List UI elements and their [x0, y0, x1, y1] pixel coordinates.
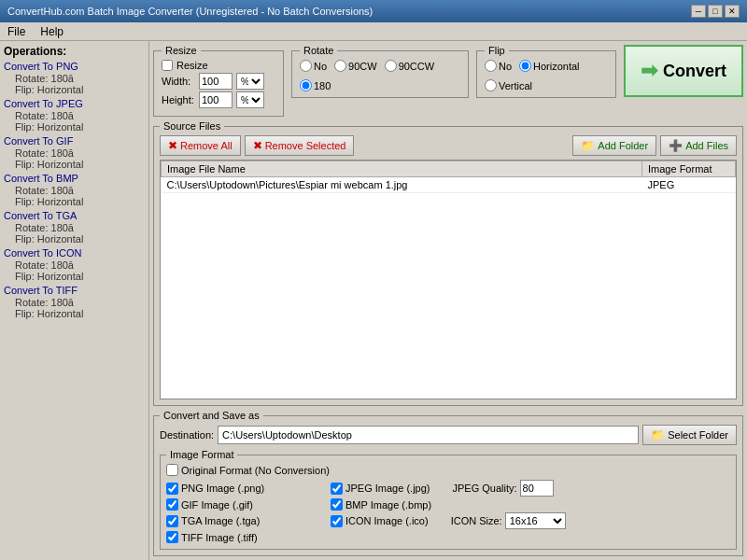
ops-convert-png[interactable]: Convert To PNG [4, 60, 145, 73]
remove-selected-label: Remove Selected [265, 140, 346, 151]
ops-gif-rotate: Rotate: 180ā [4, 147, 145, 159]
add-folder-icon: 📁 [581, 139, 595, 152]
flip-no-label[interactable]: No [485, 60, 512, 72]
height-unit-select[interactable]: % [236, 91, 264, 108]
rotate-180-radio[interactable] [300, 79, 312, 91]
icon-size-label: ICON Size: [451, 515, 502, 526]
format-row-4: TIFF Image (.tiff) [166, 531, 730, 543]
remove-selected-button[interactable]: ✖ Remove Selected [245, 135, 355, 156]
destination-input[interactable] [218, 426, 639, 444]
format-jpeg-label: JPEG Image (.jpg) [345, 483, 430, 494]
ops-group-icon: Convert To ICON Rotate: 180ā Flip: Horiz… [4, 246, 145, 282]
flip-group: Flip No Horizontal Vertical [476, 45, 616, 98]
ops-bmp-rotate: Rotate: 180ā [4, 185, 145, 196]
ops-convert-tiff[interactable]: Convert To TIFF [4, 284, 145, 297]
format-jpeg-checkbox[interactable] [331, 483, 343, 495]
rotate-180-label[interactable]: 180 [300, 79, 331, 91]
remove-all-button[interactable]: ✖ Remove All [160, 135, 241, 156]
ops-convert-icon[interactable]: Convert To ICON [4, 246, 145, 259]
menu-bar: File Help [0, 22, 747, 41]
image-format-group: Image Format Original Format (No Convers… [160, 449, 737, 550]
ops-png-rotate: Rotate: 180ā [4, 73, 145, 84]
format-png: PNG Image (.png) [166, 483, 316, 495]
flip-legend: Flip [485, 45, 509, 56]
rotate-no-radio[interactable] [300, 60, 312, 72]
format-row-2: GIF Image (.gif) BMP Image (.bmp) [166, 498, 730, 511]
menu-help[interactable]: Help [36, 24, 67, 39]
select-folder-button[interactable]: 📁 Select Folder [642, 425, 737, 445]
resize-height-row: Height: % [162, 91, 275, 108]
rotate-90ccw-radio[interactable] [385, 60, 397, 72]
image-format-legend: Image Format [166, 449, 237, 460]
original-format-row: Original Format (No Conversion) [166, 464, 730, 476]
add-files-label: Add Files [685, 140, 728, 151]
convert-button-label: Convert [663, 62, 726, 81]
width-label: Width: [162, 76, 195, 87]
ops-convert-jpeg[interactable]: Convert To JPEG [4, 97, 145, 110]
ops-group-jpeg: Convert To JPEG Rotate: 180ā Flip: Horiz… [4, 97, 145, 133]
resize-checkbox[interactable] [162, 60, 173, 71]
format-tga-checkbox[interactable] [166, 515, 178, 527]
resize-checkbox-row: Resize [162, 60, 275, 71]
destination-label: Destination: [160, 429, 214, 441]
ops-tga-flip: Flip: Horizontal [4, 233, 145, 245]
format-gif-checkbox[interactable] [166, 498, 178, 511]
ops-tiff-flip: Flip: Horizontal [4, 308, 145, 319]
select-folder-icon: 📁 [651, 428, 665, 441]
flip-no-radio[interactable] [485, 60, 497, 72]
height-input[interactable] [199, 91, 233, 108]
width-input[interactable] [199, 73, 233, 90]
restore-button[interactable]: □ [708, 5, 723, 18]
ops-jpeg-flip: Flip: Horizontal [4, 121, 145, 133]
format-bmp-checkbox[interactable] [331, 498, 343, 511]
rotate-90ccw-label[interactable]: 90CCW [385, 60, 435, 72]
ops-jpeg-rotate: Rotate: 180ā [4, 110, 145, 121]
rotate-group: Rotate No 90CW 90CCW 180 [291, 45, 469, 98]
remove-selected-icon: ✖ [253, 139, 262, 152]
rotate-no-label[interactable]: No [300, 60, 327, 72]
rotate-90cw-radio[interactable] [334, 60, 346, 72]
format-png-checkbox[interactable] [166, 483, 178, 495]
flip-horizontal-label[interactable]: Horizontal [519, 60, 580, 72]
icon-size-group: ICON Size: 16x1632x3248x4864x64128x128 [451, 512, 566, 529]
flip-radio-row: No Horizontal Vertical [485, 60, 608, 91]
select-folder-label: Select Folder [668, 429, 728, 441]
format-tga: TGA Image (.tga) [166, 515, 316, 527]
destination-row: Destination: 📁 Select Folder [160, 425, 737, 445]
ops-convert-tga[interactable]: Convert To TGA [4, 209, 145, 222]
format-row-1: PNG Image (.png) JPEG Image (.jpg) JPEG … [166, 480, 730, 497]
window-controls: ─ □ ✕ [691, 5, 740, 18]
format-row-3: TGA Image (.tga) ICON Image (.ico) ICON … [166, 512, 730, 529]
cell-filename: C:\Users\Uptodown\Pictures\Espiar mi web… [162, 177, 642, 193]
ops-png-flip: Flip: Horizontal [4, 84, 145, 95]
ops-convert-bmp[interactable]: Convert To BMP [4, 172, 145, 185]
close-button[interactable]: ✕ [725, 5, 740, 18]
flip-vertical-radio[interactable] [485, 79, 497, 91]
table-row[interactable]: C:\Users\Uptodown\Pictures\Espiar mi web… [162, 177, 736, 193]
rotate-legend: Rotate [300, 45, 337, 56]
icon-size-select[interactable]: 16x1632x3248x4864x64128x128 [505, 512, 566, 529]
format-icon-label: ICON Image (.ico) [345, 515, 429, 526]
ops-tga-rotate: Rotate: 180ā [4, 222, 145, 233]
original-format-checkbox[interactable] [166, 464, 178, 476]
width-unit-select[interactable]: % [236, 73, 264, 90]
flip-horizontal-radio[interactable] [519, 60, 531, 72]
format-tiff-label: TIFF Image (.tiff) [181, 532, 258, 543]
flip-vertical-label[interactable]: Vertical [485, 79, 532, 91]
menu-file[interactable]: File [4, 24, 29, 39]
format-gif: GIF Image (.gif) [166, 498, 316, 511]
add-files-button[interactable]: ➕ Add Files [660, 135, 737, 156]
ops-group-gif: Convert To GIF Rotate: 180ā Flip: Horizo… [4, 134, 145, 170]
add-folder-button[interactable]: 📁 Add Folder [572, 135, 656, 156]
format-icon-checkbox[interactable] [331, 515, 343, 527]
jpeg-quality-input[interactable] [520, 480, 554, 497]
minimize-button[interactable]: ─ [691, 5, 706, 18]
rotate-90cw-label[interactable]: 90CW [334, 60, 377, 72]
format-tiff-checkbox[interactable] [166, 531, 178, 543]
convert-button[interactable]: ➡ Convert [624, 45, 743, 97]
ops-tiff-rotate: Rotate: 180ā [4, 297, 145, 308]
ops-group-bmp: Convert To BMP Rotate: 180ā Flip: Horizo… [4, 172, 145, 207]
resize-legend: Resize [162, 45, 201, 56]
ops-convert-gif[interactable]: Convert To GIF [4, 134, 145, 147]
format-gif-label: GIF Image (.gif) [181, 499, 253, 511]
